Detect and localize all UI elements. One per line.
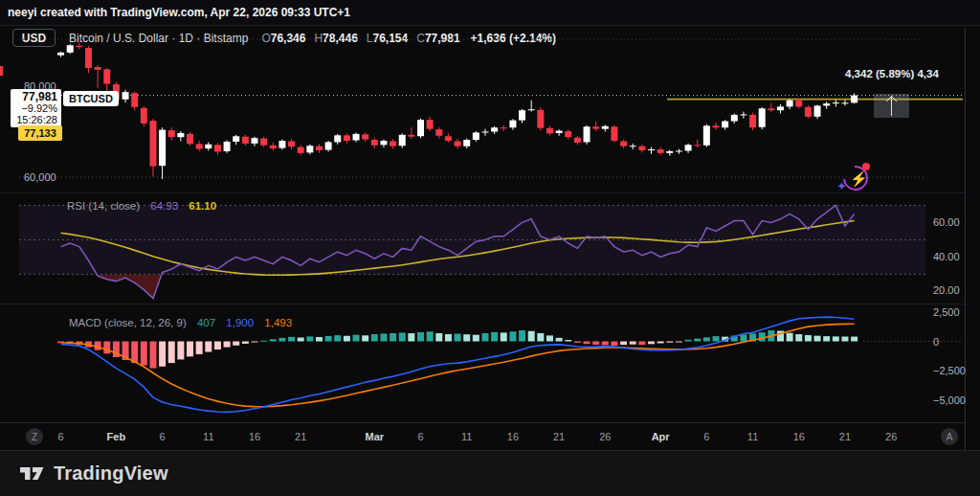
macd-histogram-bar bbox=[528, 331, 535, 342]
macd-histogram-bar bbox=[584, 342, 590, 345]
macd-histogram-bar bbox=[556, 338, 563, 342]
macd-axis-label: 0 bbox=[933, 336, 939, 348]
macd-histogram-bar bbox=[103, 342, 110, 354]
macd-histogram-bar bbox=[149, 342, 156, 369]
macd-histogram-bar bbox=[795, 334, 802, 341]
macd-histogram-bar bbox=[666, 342, 673, 343]
rsi-indicator-header[interactable]: RSI (14, close) 64.93 61.10 bbox=[67, 200, 224, 212]
macd-histogram-bar bbox=[224, 342, 231, 348]
time-axis-day-label: 11 bbox=[451, 431, 483, 442]
candle-body bbox=[278, 141, 285, 148]
macd-indicator-header[interactable]: MACD (close, 12, 26, 9) 407 1,900 1,493 bbox=[69, 317, 300, 328]
macd-histogram-bar bbox=[602, 342, 609, 346]
time-axis-day-label: 6 bbox=[146, 431, 179, 442]
pane-separator[interactable] bbox=[0, 192, 965, 193]
lightning-refresh-icon[interactable]: ⚡ ✦ bbox=[840, 163, 873, 195]
candle-body bbox=[149, 121, 156, 167]
macd-histogram-bar bbox=[252, 342, 258, 343]
candle-body bbox=[602, 126, 609, 129]
macd-histogram-bar bbox=[455, 334, 461, 342]
tradingview-logo-text: TradingView bbox=[54, 462, 168, 485]
clipped-candle-fragment bbox=[0, 66, 3, 76]
candle-body bbox=[298, 147, 304, 153]
timezone-badge[interactable]: Z bbox=[26, 428, 43, 445]
macd-histogram-bar bbox=[196, 342, 203, 354]
rsi-value: 64.93 bbox=[150, 200, 178, 212]
candlestick-pane bbox=[0, 38, 980, 193]
candle-body bbox=[795, 101, 802, 107]
sparkle-icon: ✦ bbox=[836, 179, 847, 193]
candle-body bbox=[473, 132, 479, 140]
measure-tool-label: 4,342 (5.89%) 4,34 bbox=[845, 68, 965, 79]
macd-histogram-bar bbox=[787, 333, 793, 342]
macd-histogram-bar bbox=[362, 335, 368, 341]
candle-body bbox=[85, 48, 92, 68]
time-axis-day-label: 16 bbox=[238, 431, 271, 442]
tradingview-logo[interactable]: TradingView bbox=[19, 462, 168, 485]
macd-line-value: 1,900 bbox=[226, 317, 254, 328]
auto-scale-badge[interactable]: A bbox=[941, 428, 958, 445]
macd-histogram-bar bbox=[214, 342, 221, 350]
rsi-ma-value: 61.10 bbox=[189, 200, 216, 212]
candle-body bbox=[537, 110, 544, 128]
macd-histogram-bar bbox=[611, 342, 617, 346]
macd-histogram-bar bbox=[638, 342, 645, 346]
candle-body bbox=[344, 135, 350, 141]
candle-body bbox=[187, 134, 193, 144]
candle-body bbox=[666, 151, 673, 153]
time-axis-day-label: 21 bbox=[543, 431, 575, 442]
candle-body bbox=[519, 110, 525, 120]
macd-histogram-bar bbox=[417, 332, 424, 342]
macd-histogram-bar bbox=[501, 332, 507, 341]
time-axis[interactable]: Z A 6Feb6111621Mar611162126Apr611162126 bbox=[0, 423, 965, 450]
macd-histogram-bar bbox=[537, 333, 544, 342]
macd-histogram-bar bbox=[408, 333, 414, 341]
time-axis-day-label: 26 bbox=[589, 431, 621, 442]
pane-separator[interactable] bbox=[0, 304, 965, 304]
rsi-axis-label: 40.00 bbox=[933, 251, 960, 262]
macd-histogram-bar bbox=[168, 342, 175, 364]
candle-body bbox=[482, 132, 489, 133]
macd-histogram-bar bbox=[491, 332, 498, 342]
candle-body bbox=[463, 140, 470, 147]
time-axis-month-label: Apr bbox=[644, 431, 677, 442]
candle-body bbox=[260, 139, 267, 146]
macd-histogram-bar bbox=[316, 337, 323, 342]
macd-histogram-bar bbox=[657, 342, 664, 344]
candle-body bbox=[731, 115, 738, 122]
bar-close-countdown: 15:26:28 bbox=[14, 114, 57, 125]
candle-body bbox=[95, 67, 101, 70]
macd-histogram-bar bbox=[676, 342, 682, 343]
macd-histogram-bar bbox=[325, 336, 332, 342]
last-price-value: 77,981 bbox=[14, 91, 57, 102]
candle-body bbox=[288, 141, 295, 147]
candle-body bbox=[242, 137, 249, 144]
candle-body bbox=[620, 141, 627, 146]
candle-body bbox=[565, 131, 571, 137]
candle-body bbox=[131, 93, 138, 107]
last-price-info-box: 77,981 −9.92% 15:26:28 bbox=[11, 89, 61, 127]
candle-body bbox=[353, 134, 360, 141]
candle-body bbox=[805, 107, 812, 117]
time-axis-month-label: Feb bbox=[100, 431, 132, 442]
candle-body bbox=[57, 53, 64, 56]
macd-histogram-bar bbox=[473, 335, 479, 342]
macd-histogram-bar bbox=[298, 337, 304, 341]
candle-body bbox=[787, 101, 793, 107]
macd-histogram-bar bbox=[546, 335, 553, 341]
candle-body bbox=[694, 145, 701, 146]
macd-histogram-bar bbox=[141, 342, 147, 366]
macd-histogram-bar bbox=[823, 336, 830, 341]
attribution-text: neeyi created with TradingView.com, Apr … bbox=[8, 6, 350, 19]
candle-body bbox=[509, 121, 516, 128]
candle-body bbox=[713, 125, 720, 127]
macd-histogram-bar bbox=[306, 336, 313, 341]
macd-histogram-bar bbox=[574, 342, 581, 343]
macd-histogram-bar bbox=[620, 342, 627, 346]
candle-body bbox=[759, 108, 766, 126]
candle-body bbox=[196, 144, 203, 148]
candle-body bbox=[435, 129, 442, 136]
rsi-axis-label: 60.00 bbox=[933, 216, 960, 228]
candle-body bbox=[455, 141, 461, 146]
macd-histogram-bar bbox=[242, 342, 249, 344]
